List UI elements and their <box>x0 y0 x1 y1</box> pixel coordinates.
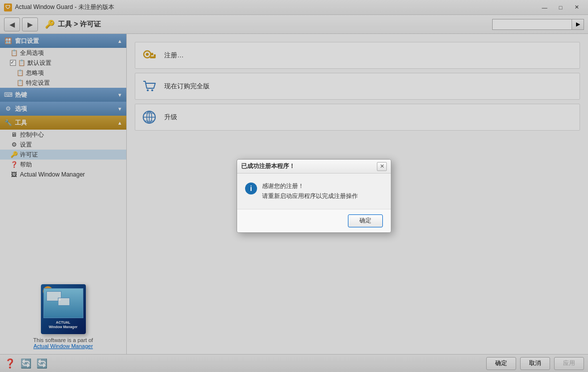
modal-close-button[interactable]: ✕ <box>377 162 387 171</box>
modal-message-line1: 感谢您的注册！ <box>262 183 304 189</box>
modal-footer: 确定 <box>237 209 391 232</box>
modal-info-row: i 感谢您的注册！ 请重新启动应用程序以完成注册操作 <box>245 182 358 200</box>
modal-info-icon: i <box>245 183 257 194</box>
modal-title: 已成功注册本程序！ <box>241 162 377 171</box>
modal-titlebar: 已成功注册本程序！ ✕ <box>237 160 391 174</box>
modal-ok-button[interactable]: 确定 <box>348 214 383 227</box>
modal-info-text: 感谢您的注册！ 请重新启动应用程序以完成注册操作 <box>262 182 358 200</box>
modal-body: i 感谢您的注册！ 请重新启动应用程序以完成注册操作 <box>237 174 391 208</box>
modal-overlay: 已成功注册本程序！ ✕ i 感谢您的注册！ 请重新启动应用程序以完成注册操作 确… <box>0 0 588 372</box>
modal-message-line2: 请重新启动应用程序以完成注册操作 <box>262 192 358 199</box>
modal-dialog: 已成功注册本程序！ ✕ i 感谢您的注册！ 请重新启动应用程序以完成注册操作 确… <box>237 159 391 232</box>
